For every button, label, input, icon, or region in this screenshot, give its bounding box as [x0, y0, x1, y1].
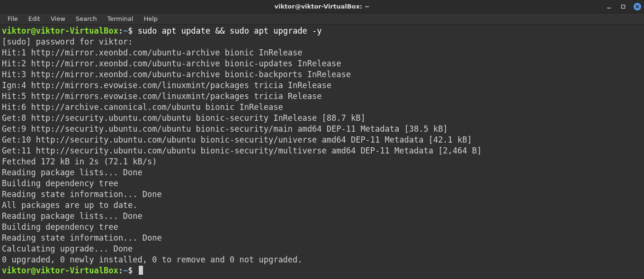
terminal-line: Get:8 http://security.ubuntu.com/ubuntu … — [2, 113, 642, 124]
terminal-line: Get:10 http://security.ubuntu.com/ubuntu… — [2, 135, 642, 145]
menu-file[interactable]: File — [3, 14, 23, 23]
output-text: Building dependency tree — [2, 179, 152, 188]
prompt-user-host: viktor@viktor-VirtualBox — [2, 266, 118, 275]
prompt-separator: : — [118, 266, 123, 275]
output-text: All packages are up to date. — [2, 200, 138, 210]
output-text: Hit:3 http://mirror.xeonbd.com/ubuntu-ar… — [2, 70, 351, 79]
terminal-line: Get:11 http://security.ubuntu.com/ubuntu… — [2, 145, 642, 156]
menu-terminal[interactable]: Terminal — [102, 14, 138, 23]
terminal-line: Hit:2 http://mirror.xeonbd.com/ubuntu-ar… — [2, 58, 642, 69]
terminal-line: Building dependency tree — [2, 178, 642, 189]
output-text: Reading state information... Done — [2, 189, 162, 199]
minimize-button[interactable] — [605, 3, 613, 10]
prompt-user-host: viktor@viktor-VirtualBox — [2, 26, 118, 36]
menu-edit[interactable]: Edit — [24, 14, 45, 23]
output-text: Hit:6 http://archive.canonical.com/ubunt… — [2, 102, 283, 112]
output-text: Get:11 http://security.ubuntu.com/ubuntu… — [2, 146, 482, 155]
terminal-line: Reading package lists... Done — [2, 211, 642, 222]
output-text: Fetched 172 kB in 2s (72.1 kB/s) — [2, 157, 157, 166]
window-title: viktor@viktor-VirtualBox: ~ — [0, 3, 644, 10]
terminal-line: Reading state information... Done — [2, 233, 642, 243]
svg-rect-1 — [622, 5, 625, 8]
terminal-line: All packages are up to date. — [2, 200, 642, 211]
output-text: Hit:1 http://mirror.xeonbd.com/ubuntu-ar… — [2, 48, 303, 57]
window-controls — [605, 3, 641, 10]
output-text: Reading package lists... Done — [2, 168, 143, 177]
output-text: Ign:4 http://mirrors.evowise.com/linuxmi… — [2, 81, 331, 90]
maximize-button[interactable] — [619, 3, 627, 10]
terminal-line: Reading package lists... Done — [2, 167, 642, 178]
terminal-line: [sudo] password for viktor: — [2, 36, 642, 47]
minimize-icon — [607, 4, 611, 9]
output-text: Reading package lists... Done — [2, 211, 143, 221]
output-text: 0 upgraded, 0 newly installed, 0 to remo… — [2, 255, 303, 264]
terminal-line: Calculating upgrade... Done — [2, 243, 642, 254]
prompt-path: ~ — [123, 266, 128, 275]
maximize-icon — [621, 4, 626, 9]
terminal-line: Fetched 172 kB in 2s (72.1 kB/s) — [2, 156, 642, 167]
output-text: Get:8 http://security.ubuntu.com/ubuntu … — [2, 113, 366, 123]
output-text: Hit:2 http://mirror.xeonbd.com/ubuntu-ar… — [2, 59, 341, 68]
terminal-line: Hit:6 http://archive.canonical.com/ubunt… — [2, 102, 642, 113]
terminal-body[interactable]: viktor@viktor-VirtualBox:~$ sudo apt upd… — [0, 25, 644, 279]
terminal-line: Building dependency tree — [2, 222, 642, 233]
output-text: Get:10 http://security.ubuntu.com/ubuntu… — [2, 135, 472, 144]
prompt-separator: : — [118, 26, 123, 36]
output-text: [sudo] password for viktor: — [2, 37, 138, 46]
output-text: Hit:5 http://mirrors.evowise.com/linuxmi… — [2, 91, 322, 101]
output-text: Building dependency tree — [2, 222, 152, 232]
output-text: Calculating upgrade... Done — [2, 244, 133, 253]
terminal-line: Reading state information... Done — [2, 189, 642, 200]
terminal-line: Hit:5 http://mirrors.evowise.com/linuxmi… — [2, 91, 642, 102]
titlebar: viktor@viktor-VirtualBox: ~ — [0, 0, 644, 13]
menu-view[interactable]: View — [46, 14, 70, 23]
terminal-line: viktor@viktor-VirtualBox:~$ sudo apt upd… — [2, 26, 642, 36]
command-text: sudo apt update && sudo apt upgrade -y — [138, 26, 322, 36]
menu-search[interactable]: Search — [71, 14, 102, 23]
terminal-line: Ign:4 http://mirrors.evowise.com/linuxmi… — [2, 80, 642, 91]
terminal-window: viktor@viktor-VirtualBox: ~ File Edit Vi… — [0, 0, 644, 279]
terminal-line: Get:9 http://security.ubuntu.com/ubuntu … — [2, 124, 642, 135]
prompt-dollar: $ — [128, 26, 137, 36]
terminal-line: Hit:3 http://mirror.xeonbd.com/ubuntu-ar… — [2, 69, 642, 80]
terminal-line: 0 upgraded, 0 newly installed, 0 to remo… — [2, 254, 642, 265]
menu-help[interactable]: Help — [139, 14, 162, 23]
terminal-line: Hit:1 http://mirror.xeonbd.com/ubuntu-ar… — [2, 47, 642, 58]
terminal-line: viktor@viktor-VirtualBox:~$ — [2, 265, 642, 276]
output-text: Get:9 http://security.ubuntu.com/ubuntu … — [2, 124, 448, 134]
output-text: Reading state information... Done — [2, 233, 162, 243]
close-button[interactable] — [634, 3, 641, 10]
close-icon — [634, 3, 641, 10]
menubar: File Edit View Search Terminal Help — [0, 13, 644, 25]
prompt-dollar: $ — [128, 266, 137, 275]
cursor — [139, 266, 143, 275]
prompt-path: ~ — [123, 26, 128, 36]
